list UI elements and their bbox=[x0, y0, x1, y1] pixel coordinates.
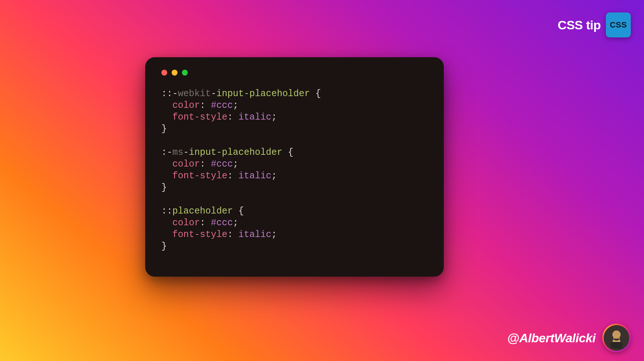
traffic-minimize-icon bbox=[172, 70, 178, 76]
tip-label: CSS tip bbox=[558, 18, 601, 32]
tip-label-bold: CSS bbox=[558, 18, 583, 32]
traffic-zoom-icon bbox=[182, 70, 188, 76]
avatar bbox=[604, 325, 629, 351]
code-block: ::-webkit-input-placeholder { color: #cc… bbox=[161, 88, 428, 252]
tip-label-light: tip bbox=[583, 18, 601, 32]
avatar-ring bbox=[602, 324, 631, 352]
footer-handle: @AlbertWalicki bbox=[507, 324, 631, 352]
svg-rect-1 bbox=[611, 342, 623, 349]
code-window: ::-webkit-input-placeholder { color: #cc… bbox=[145, 57, 444, 277]
canvas: CSS tip CSS ::-webkit-input-placeholder … bbox=[0, 0, 644, 361]
window-traffic-lights bbox=[161, 70, 428, 76]
person-icon bbox=[606, 327, 627, 349]
header-tip: CSS tip CSS bbox=[558, 12, 631, 37]
css-badge: CSS bbox=[606, 12, 631, 37]
traffic-close-icon bbox=[161, 70, 167, 76]
author-handle: @AlbertWalicki bbox=[507, 331, 596, 345]
css-badge-text: CSS bbox=[610, 20, 627, 30]
